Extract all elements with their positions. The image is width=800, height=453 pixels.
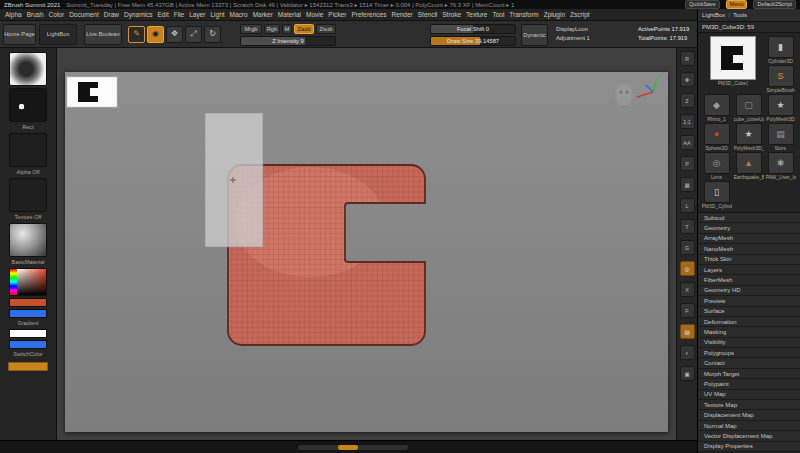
polyframe-icon[interactable]: ▤ (680, 324, 695, 339)
menu-item[interactable]: Brush (27, 11, 44, 18)
xpose-icon[interactable]: X (680, 282, 695, 297)
document-surface[interactable] (65, 72, 668, 432)
tool-section[interactable]: Polypaint (698, 379, 800, 389)
tool-item-thumbnail[interactable]: ◆ (704, 94, 730, 116)
tool-section[interactable]: Texture Map (698, 400, 800, 410)
scroll-icon[interactable]: ✥ (680, 72, 695, 87)
move-icon[interactable]: ✥ (166, 26, 183, 43)
tool-item[interactable]: ● Sphere3D (701, 123, 732, 151)
timeline-track[interactable] (298, 445, 408, 450)
zsub-button[interactable]: Zsub (316, 24, 336, 34)
tool-item-thumbnail[interactable]: ▮ (768, 36, 794, 58)
switch-color-a[interactable] (9, 329, 47, 338)
zadd-button[interactable]: Zadd (294, 24, 314, 34)
switch-color-b[interactable] (9, 340, 47, 349)
menu-item[interactable]: Transform (509, 11, 538, 18)
draw-size-slider[interactable]: Draw Size 39.14587 (430, 36, 516, 46)
floor-grid-icon[interactable]: ▦ (680, 177, 695, 192)
quicksave-button[interactable]: QuickSave (685, 0, 720, 9)
tool-item[interactable]: ▤ Store (765, 123, 796, 151)
tool-section[interactable]: Visibility (698, 338, 800, 348)
tool-item[interactable]: ▢ cube_closeUp5 (733, 94, 764, 122)
tool-section[interactable]: Vector Displacement Map (698, 431, 800, 441)
lightbox-tab[interactable]: LightBox (702, 12, 725, 18)
tool-section[interactable]: Normal Map (698, 421, 800, 431)
menu-item[interactable]: Zscript (570, 11, 590, 18)
transparency-icon[interactable]: T (680, 219, 695, 234)
tool-item-thumbnail[interactable]: ◎ (704, 152, 730, 174)
saturation-value-area[interactable] (17, 269, 46, 295)
tool-item[interactable]: ◎ Lens (701, 152, 732, 180)
scale-icon[interactable]: ⤢ (185, 26, 202, 43)
bpr-render-icon[interactable]: R (680, 51, 695, 66)
menu-item[interactable]: Draw (104, 11, 119, 18)
tool-item[interactable]: ◆ Rhino_1 (701, 94, 732, 122)
frame-icon[interactable]: F (680, 303, 695, 318)
menu-item[interactable]: Edit (158, 11, 169, 18)
mrgb-button[interactable]: Mrgb (240, 24, 262, 34)
menu-item[interactable]: Alpha (5, 11, 22, 18)
tool-item[interactable]: ★ PolyMesh3D_1 (733, 123, 764, 151)
menu-item[interactable]: Movie (306, 11, 323, 18)
edit-object-icon[interactable]: ✎ (128, 26, 145, 43)
focal-shift-slider[interactable]: Focal Shift 0 (430, 24, 516, 34)
z-intensity-slider[interactable]: Z Intensity 9 (240, 36, 336, 46)
camview-head[interactable] (615, 83, 633, 110)
hue-strip[interactable] (10, 269, 17, 295)
material-thumbnail[interactable] (9, 223, 47, 257)
menu-item[interactable]: Document (69, 11, 99, 18)
menu-item[interactable]: Zplugin (544, 11, 565, 18)
tool-item-thumbnail[interactable]: ★ (768, 94, 794, 116)
tool-section[interactable]: Display Properties (698, 442, 800, 452)
tool-section[interactable]: ArrayMesh (698, 234, 800, 244)
tool-item-thumbnail[interactable]: ▲ (736, 152, 762, 174)
menu-item[interactable]: Macro (230, 11, 248, 18)
menu-item[interactable]: Tool (492, 11, 504, 18)
selected-tool[interactable]: PM3D_Cube3D (701, 36, 764, 93)
silhouette-icon[interactable]: ◐ (680, 345, 695, 360)
tool-section[interactable]: Thick Skin (698, 255, 800, 265)
script-button[interactable]: Default2Script (753, 0, 796, 9)
tool-section[interactable]: Geometry (698, 223, 800, 233)
brush-thumbnail[interactable] (9, 52, 47, 86)
tool-section[interactable]: Morph Target (698, 369, 800, 379)
tool-item[interactable]: ▯ PM3D_Cylinder3 (701, 181, 732, 209)
menu-item[interactable]: Preferences (351, 11, 386, 18)
menu-item[interactable]: Stencil (418, 11, 438, 18)
primary-color-swatch[interactable] (9, 298, 47, 307)
menu-item[interactable]: Light (210, 11, 224, 18)
tool-section[interactable]: Preview (698, 296, 800, 306)
tool-item-thumbnail[interactable]: ▤ (768, 123, 794, 145)
persp-icon[interactable]: P (680, 156, 695, 171)
local-symmetry-icon[interactable]: L (680, 198, 695, 213)
tool-item-thumbnail[interactable]: S (768, 65, 794, 87)
tool-section[interactable]: Geometry HD (698, 286, 800, 296)
alpha-thumbnail[interactable] (9, 133, 47, 167)
menu-item[interactable]: Texture (466, 11, 487, 18)
live-boolean-button[interactable]: Live Boolean (84, 24, 122, 45)
tool-section[interactable]: Masking (698, 327, 800, 337)
dynamic-button[interactable]: Dynamic (521, 24, 548, 46)
tool-section[interactable]: Surface (698, 307, 800, 317)
tool-section[interactable]: Polygroups (698, 348, 800, 358)
menu-item[interactable]: Layer (189, 11, 205, 18)
texture-thumbnail[interactable] (9, 178, 47, 212)
stroke-thumbnail[interactable] (9, 88, 47, 122)
menu-item[interactable]: Dynamics (124, 11, 153, 18)
tool-section[interactable]: FiberMesh (698, 275, 800, 285)
menu-item[interactable]: Render (391, 11, 412, 18)
menu-item[interactable]: Picker (328, 11, 346, 18)
color-picker[interactable] (9, 268, 47, 296)
tool-item-thumbnail[interactable]: ✱ (768, 152, 794, 174)
tools-tab[interactable]: Tools (733, 12, 747, 18)
tool-item-thumbnail[interactable]: ● (704, 123, 730, 145)
tool-item-thumbnail[interactable]: ★ (736, 123, 762, 145)
tool-section[interactable]: Subtool (698, 213, 800, 223)
tool-item[interactable]: ★ PolyMesh3D (765, 94, 796, 122)
tool-item[interactable]: ▲ Earthquake_B2_s (733, 152, 764, 180)
tool-item[interactable]: S SimpleBrush (765, 65, 796, 93)
rotate-icon[interactable]: ↻ (204, 26, 221, 43)
tool-section[interactable]: Displacement Map (698, 410, 800, 420)
zoom-icon[interactable]: Z (680, 93, 695, 108)
tool-section[interactable]: Contact (698, 358, 800, 368)
